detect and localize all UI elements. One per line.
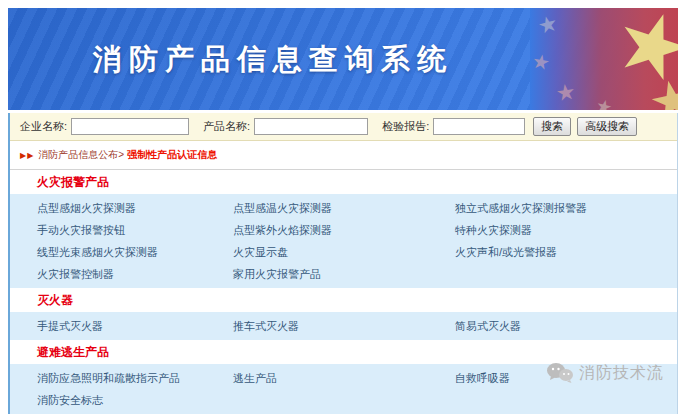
banner: 消防产品信息查询系统 ★ ★ ★ ★ ★ ★	[8, 8, 678, 110]
product-category-link[interactable]: 逃生产品	[233, 371, 277, 386]
product-category-link[interactable]: 推车式灭火器	[233, 319, 299, 334]
flag-star-icon: ★	[644, 70, 678, 110]
product-category-link[interactable]: 消防安全标志	[37, 393, 103, 408]
section-title: 灭火器	[10, 288, 677, 312]
page: 消防产品信息查询系统 ★ ★ ★ ★ ★ ★ 企业名称: 产品名称: 检验报告:…	[0, 0, 686, 415]
frame: 消防产品信息查询系统 ★ ★ ★ ★ ★ ★ 企业名称: 产品名称: 检验报告:…	[8, 8, 678, 414]
advanced-search-button[interactable]: 高级搜索	[577, 117, 637, 136]
product-category-link[interactable]: 点型感温火灾探测器	[233, 201, 332, 216]
search-button[interactable]: 搜索	[533, 117, 571, 136]
breadcrumb: ▶▶ 消防产品信息公布> 强制性产品认证信息	[10, 141, 677, 170]
watermark: 消防技术流	[546, 362, 664, 384]
product-category-link[interactable]: 线型光束感烟火灾探测器	[37, 245, 158, 260]
company-name-input[interactable]	[71, 118, 189, 135]
breadcrumb-arrows-icon: ▶▶	[20, 151, 34, 160]
links-block: 手提式灭火器 推车式灭火器 简易式灭火器	[10, 312, 677, 340]
product-category-link[interactable]: 手动火灾报警按钮	[37, 223, 125, 238]
links-row: 线型光束感烟火灾探测器 火灾显示盘 火灾声和/或光警报器	[10, 241, 677, 263]
wechat-icon	[546, 362, 574, 384]
links-row: 消防安全标志	[10, 389, 677, 411]
flag-star-icon: ★	[555, 81, 578, 106]
flag-star-icon: ★	[530, 51, 551, 74]
china-flag-image: ★ ★ ★ ★ ★ ★	[530, 8, 678, 110]
inspection-report-label: 检验报告:	[382, 119, 429, 134]
product-category-link[interactable]: 点型感烟火灾探测器	[37, 201, 136, 216]
search-bar: 企业名称: 产品名称: 检验报告: 搜索 高级搜索	[10, 113, 677, 141]
breadcrumb-current-link[interactable]: 强制性产品认证信息	[127, 148, 217, 162]
product-name-label: 产品名称:	[203, 119, 250, 134]
links-row: 点型感烟火灾探测器 点型感温火灾探测器 独立式感烟火灾探测报警器	[10, 197, 677, 219]
product-category-link[interactable]: 特种火灾探测器	[455, 223, 532, 238]
inspection-report-input[interactable]	[433, 118, 525, 135]
product-category-link[interactable]: 家用火灾报警产品	[233, 267, 321, 282]
links-row: 手提式灭火器 推车式灭火器 简易式灭火器	[10, 315, 677, 337]
page-title: 消防产品信息查询系统	[8, 40, 538, 80]
flag-star-icon: ★	[594, 96, 614, 110]
links-block: 点型感烟火灾探测器 点型感温火灾探测器 独立式感烟火灾探测报警器 手动火灾报警按…	[10, 194, 677, 288]
section-title: 避难逃生产品	[10, 340, 677, 364]
product-category-link[interactable]: 火灾报警控制器	[37, 267, 114, 282]
product-category-link[interactable]: 手提式灭火器	[37, 319, 103, 334]
links-row: 手动火灾报警按钮 点型紫外火焰探测器 特种火灾探测器	[10, 219, 677, 241]
section-title: 火灾报警产品	[10, 170, 677, 194]
flag-star-icon: ★	[603, 8, 678, 98]
section-fire-alarm-products: 火灾报警产品 点型感烟火灾探测器 点型感温火灾探测器 独立式感烟火灾探测报警器 …	[10, 170, 677, 288]
product-category-link[interactable]: 点型紫外火焰探测器	[233, 223, 332, 238]
product-category-link[interactable]: 独立式感烟火灾探测报警器	[455, 201, 587, 216]
watermark-text: 消防技术流	[579, 363, 664, 384]
section-fire-extinguishers: 灭火器 手提式灭火器 推车式灭火器 简易式灭火器	[10, 288, 677, 340]
company-name-label: 企业名称:	[20, 119, 67, 134]
breadcrumb-parent-link[interactable]: 消防产品信息公布>	[38, 148, 124, 162]
product-name-input[interactable]	[254, 118, 368, 135]
flag-star-icon: ★	[536, 12, 560, 38]
links-row: 火灾报警控制器 家用火灾报警产品	[10, 263, 677, 285]
product-category-link[interactable]: 自救呼吸器	[455, 371, 510, 386]
product-category-link[interactable]: 消防应急照明和疏散指示产品	[37, 371, 180, 386]
product-category-link[interactable]: 火灾声和/或光警报器	[455, 245, 557, 260]
product-category-link[interactable]: 简易式灭火器	[455, 319, 521, 334]
product-category-link[interactable]: 火灾显示盘	[233, 245, 288, 260]
